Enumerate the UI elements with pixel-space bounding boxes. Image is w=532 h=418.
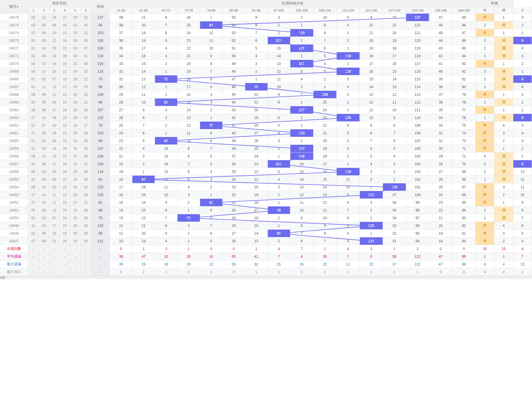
sum-value: 105 (91, 60, 110, 68)
front-ball: 24 (70, 68, 80, 75)
stats-value: 26 (132, 260, 155, 268)
table-row: 2407407081022243210337196241253711038321… (0, 29, 532, 37)
sum-bucket: 103 (406, 168, 429, 176)
odd-cell: 奇 (476, 91, 494, 98)
stats-value: 47 (429, 260, 452, 268)
sum-bucket: 10 (110, 237, 132, 245)
sum-bucket: 8 (200, 137, 223, 145)
sum-bucket: 6 (200, 75, 223, 83)
issue-number: 24075 (0, 21, 28, 29)
table-row: 2406801020719202170311370186471114251514… (0, 75, 532, 83)
sum-bucket-hit: 69 (155, 137, 178, 145)
sum-bucket: 6 (200, 152, 223, 160)
even-cell: 4 (494, 122, 513, 129)
sum-bucket: 21 (383, 21, 406, 29)
zero-cell: 9 (513, 199, 532, 206)
front-ball: 01 (28, 75, 39, 83)
sum-bucket: 101 (406, 183, 429, 191)
sum-bucket: 67 (452, 183, 476, 191)
stats-label: 出现次数 (0, 245, 28, 253)
sum-bucket: 17 (110, 183, 132, 191)
sum-bucket: 4 (337, 83, 360, 91)
front-ball: 10 (60, 214, 70, 222)
sum-bucket: 14 (383, 75, 406, 83)
sum-bucket: 9 (132, 106, 155, 114)
sum-bucket: 8 (383, 122, 406, 129)
sum-bucket: 16 (360, 68, 383, 75)
stats-even: 4 (494, 260, 513, 268)
front-ball: 25 (70, 83, 80, 91)
sum-bucket: 29 (245, 114, 268, 122)
sum-bucket: 5 (268, 122, 290, 129)
front-ball: 24 (49, 14, 60, 21)
sum-bucket: 104 (406, 160, 429, 168)
sum-bucket: 26 (223, 237, 245, 245)
horizontal-scrollbar[interactable] (0, 276, 532, 279)
sum-bucket: 1 (337, 160, 360, 168)
front-ball: 05 (28, 206, 39, 214)
sum-bucket: 13 (110, 214, 132, 222)
table-row: 2405502040607162964186412533421414151121… (0, 176, 532, 183)
front-ball: 15 (39, 222, 49, 230)
sum-value: 100 (91, 160, 110, 168)
sum-bucket: 79 (452, 91, 476, 98)
stats-value: 3 (200, 245, 223, 253)
table-row: 2405001030710223376132277682916291061349… (0, 214, 532, 222)
even-cell: 偶 (494, 21, 513, 29)
issue-sort[interactable]: 期号 (9, 4, 18, 9)
sum-bucket: 2 (337, 152, 360, 160)
sum-bucket: 49 (223, 60, 245, 68)
front-ball: 29 (70, 14, 80, 21)
sum-bucket: 2 (268, 21, 290, 29)
sum-bucket: 11 (337, 176, 360, 183)
even-cell: 2 (494, 237, 513, 245)
front-ball: 02 (39, 137, 49, 145)
front-ball: 22 (81, 98, 91, 106)
front-ball: 31 (70, 145, 80, 152)
odd-cell: 奇 (476, 237, 494, 245)
issue-number: 24065 (0, 98, 28, 106)
odd-cell: 奇 (476, 106, 494, 114)
front-ball: 31 (81, 52, 91, 60)
sum-bucket: 18 (314, 152, 337, 160)
sum-bucket-hit: 107 (290, 106, 314, 114)
sum-bucket: 5 (155, 37, 178, 44)
sum-bucket: 117 (406, 60, 429, 68)
sum-bucket-hit: 120 (337, 114, 360, 122)
stats-value: 35 (314, 253, 337, 260)
sum-bucket-hit: 129 (383, 183, 406, 191)
sum-bucket: 11 (200, 37, 223, 44)
sum-bucket: 32 (245, 91, 268, 98)
front-ball: 22 (60, 191, 70, 199)
sum-bucket: 5 (132, 137, 155, 145)
sum-bucket: 19 (132, 29, 155, 37)
sum-bucket: 34 (223, 176, 245, 183)
sum-bucket: 2 (337, 37, 360, 44)
zero-cell: 2 (513, 145, 532, 152)
front-ball: 08 (39, 29, 49, 37)
sum-bucket: 24 (132, 199, 155, 206)
stats-placeholder: - (49, 245, 60, 253)
sum-bucket: 7 (268, 106, 290, 114)
sum-bucket-hit: 105 (290, 60, 314, 68)
sum-bucket-hit: 64 (132, 176, 155, 183)
sum-bucket: 4 (200, 91, 223, 98)
sum-bucket: 122 (406, 21, 429, 29)
sum-bucket: 6 (268, 114, 290, 122)
sum-bucket: 72 (452, 145, 476, 152)
front-ball: 31 (70, 183, 80, 191)
sum-bucket: 27 (245, 129, 268, 137)
scrollbar-thumb[interactable] (0, 276, 5, 279)
sum-bucket: 35 (429, 106, 452, 114)
odd-cell: 1 (476, 83, 494, 91)
sum-bucket: 34 (383, 214, 406, 222)
table-row: 2405105091320232898142381930179810117235… (0, 206, 532, 214)
sum-bucket: 14 (360, 83, 383, 91)
sum-value: 64 (91, 176, 110, 183)
sum-bucket: 40 (223, 129, 245, 137)
sum-value: 68 (91, 98, 110, 106)
sum-bucket: 25 (429, 183, 452, 191)
front-ball: 28 (81, 21, 91, 29)
odd-cell: 4 (476, 152, 494, 160)
sum-bucket: 23 (429, 199, 452, 206)
